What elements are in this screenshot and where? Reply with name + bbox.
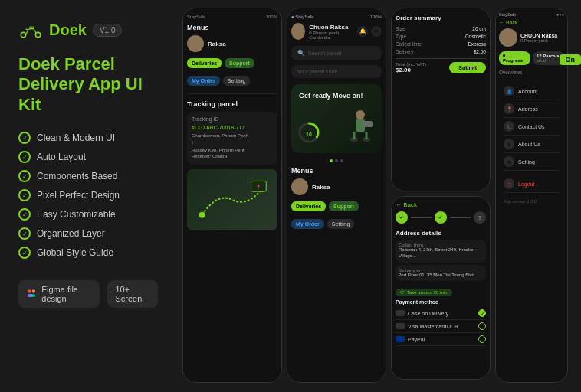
feature-item-2: Auto Layout: [18, 151, 158, 163]
edit-icon[interactable]: ✏: [371, 26, 382, 37]
back-arrow[interactable]: ← Back: [396, 201, 417, 208]
order-val-collect: Express: [468, 41, 486, 47]
menu-contact[interactable]: 📞 Contact Us: [504, 118, 560, 136]
tab-setting-2[interactable]: Setting: [327, 219, 355, 229]
setting-symbol: ⚙: [507, 159, 511, 165]
phone5-status: StaySafe ●●●: [499, 12, 564, 17]
phone1-status: StaySafe: [187, 15, 205, 19]
submit-button[interactable]: Submit: [449, 62, 486, 74]
bottom-badges: Figma file design 10+ Screen: [18, 280, 158, 308]
progress-value: 10: [306, 132, 312, 137]
logout-label: Logout: [518, 181, 534, 187]
tracking-section: Tracking ID #CGXABC-70018-717 Chamkarmon…: [187, 112, 277, 165]
phone-order-summary: Order summary Size 20 cm Type Cosmetic C…: [391, 8, 491, 191]
paypal-icon: [396, 336, 405, 342]
visa-check[interactable]: [478, 322, 486, 330]
check-icon-1: [18, 132, 31, 144]
feature-label-2: Auto Layout: [37, 152, 86, 162]
left-panel: Doek V1.0 Doek Parcel Delivery App UI Ki…: [0, 0, 176, 392]
menu-about[interactable]: ℹ About Us: [504, 136, 560, 153]
svg-point-8: [199, 211, 205, 217]
time-label: Take around 20 min: [407, 290, 448, 295]
check-icon-5: [18, 208, 31, 220]
tab-support[interactable]: Support: [225, 58, 254, 68]
delivery-guy-svg: [345, 109, 376, 147]
payment-paypal-left: PayPal: [396, 336, 425, 342]
tab-deliveries-2[interactable]: Deliveries: [291, 201, 326, 211]
dot-3: [340, 159, 343, 162]
payment-title: Payment method: [396, 299, 486, 305]
delivery-illustration: [345, 109, 376, 150]
time-badge: ⏱ Take around 20 min: [396, 289, 452, 296]
about-icon: ℹ: [504, 139, 514, 149]
tab-support-2[interactable]: Support: [329, 201, 359, 211]
collect-from-box: Collect from Rattanak 4, 27th, Street 24…: [396, 240, 486, 263]
menu-account[interactable]: 👤 Account: [504, 83, 560, 100]
order-title: Order summary: [396, 15, 486, 21]
phone5-signal: ●●●: [556, 12, 564, 17]
setting-icon: ⚙: [504, 156, 514, 167]
order-row-delivery: Delivery $2.00: [396, 49, 486, 54]
progress-stat-label: 0 Progress: [503, 54, 527, 63]
scooter-icon: [18, 23, 43, 38]
svg-point-7: [32, 294, 35, 297]
tracking-from: Chamkarmon, Phnom Penh ↓ Russey Keo, Phn…: [192, 132, 273, 160]
menu-address[interactable]: 📍 Address: [504, 100, 560, 118]
visa-icon: [396, 323, 405, 329]
from-label: Chamkarmon, Phnom Penh: [192, 132, 273, 139]
feature-item-6: Organized Layer: [18, 227, 158, 240]
map-bg: 📍: [187, 169, 277, 230]
phone-address: ← Back ✓ ✓ 3 Address details Collect fro…: [391, 196, 491, 380]
svg-rect-4: [32, 290, 35, 293]
phone1-battery: 100%: [266, 15, 277, 19]
svg-point-0: [21, 32, 25, 37]
phone5-avatar: [499, 28, 517, 47]
delivery-address: 2nd Floor 01, 35 Mon Tivi Toung Blvd...: [399, 273, 483, 279]
phone2-location: 0 Phnom penh, Cambodia: [309, 31, 353, 40]
phone5-back[interactable]: ← Back: [499, 20, 564, 25]
tab-myorder-2[interactable]: My Order: [291, 219, 324, 229]
payment-paypal: PayPal: [396, 333, 486, 346]
search-bar[interactable]: 🔍 Search parcel: [291, 46, 382, 60]
bell-symbol: 🔔: [359, 28, 366, 34]
payment-visa-left: Visa/Mastercard/JCB: [396, 323, 458, 329]
check-icon-7: [18, 247, 31, 259]
paypal-check[interactable]: [478, 335, 486, 343]
feature-item-7: Global Style Guide: [18, 247, 158, 259]
check-icon-2: [18, 151, 31, 163]
menu-setting[interactable]: ⚙ Setting: [504, 153, 560, 171]
parcel-placeholder: Your parcel code...: [297, 69, 342, 74]
order-val-size: 20 cm: [472, 26, 486, 31]
tab-setting[interactable]: Setting: [223, 76, 251, 86]
cod-check[interactable]: [478, 309, 486, 317]
dot-1: [330, 159, 333, 162]
version-badge: V1.0: [93, 24, 123, 37]
phone2-carrier: ● StaySafe: [291, 15, 314, 19]
parcel-input[interactable]: Your parcel code...: [291, 65, 382, 78]
step-line-1: [411, 217, 432, 218]
phone2-user-info: Chuon Raksa 0 Phnom penh, Cambodia: [309, 24, 353, 40]
receiver-label: Receiver: Chakra: [192, 153, 273, 159]
phone-menus: StaySafe 100% Menus Raksa Deliveries Sup…: [182, 8, 282, 383]
divider-1: [187, 93, 277, 94]
menu-logout[interactable]: ⬡ Logout: [504, 175, 560, 193]
phone-profile: StaySafe ●●● ← Back CHUON Raksa 0 Phnom …: [495, 8, 568, 383]
feature-label-6: Organized Layer: [37, 228, 105, 239]
bell-icon[interactable]: 🔔: [357, 26, 368, 37]
search-icon: 🔍: [297, 50, 305, 57]
phone5-username: CHUON Raksa: [520, 33, 557, 38]
phone-search-screen: ● StaySafe 100% Chuon Raksa 0 Phnom penh…: [287, 8, 386, 382]
figma-icon: [26, 287, 37, 301]
order-row-type: Type Cosmetic: [396, 34, 486, 39]
feature-label-7: Global Style Guide: [37, 247, 113, 258]
svg-point-14: [356, 110, 365, 119]
tab-myorder[interactable]: My Order: [187, 76, 220, 86]
account-symbol: 👤: [507, 89, 512, 94]
address-symbol: 📍: [507, 106, 512, 112]
tracking-id-value: #CGXABC-70018-717: [192, 125, 273, 130]
check-icon-4: [18, 189, 31, 201]
phone-order-screen: Order summary Size 20 cm Type Cosmetic C…: [392, 8, 490, 191]
order-key-collect: Collect time: [396, 41, 422, 47]
tab-deliveries[interactable]: Deliveries: [187, 58, 222, 68]
svg-point-1: [35, 32, 40, 37]
